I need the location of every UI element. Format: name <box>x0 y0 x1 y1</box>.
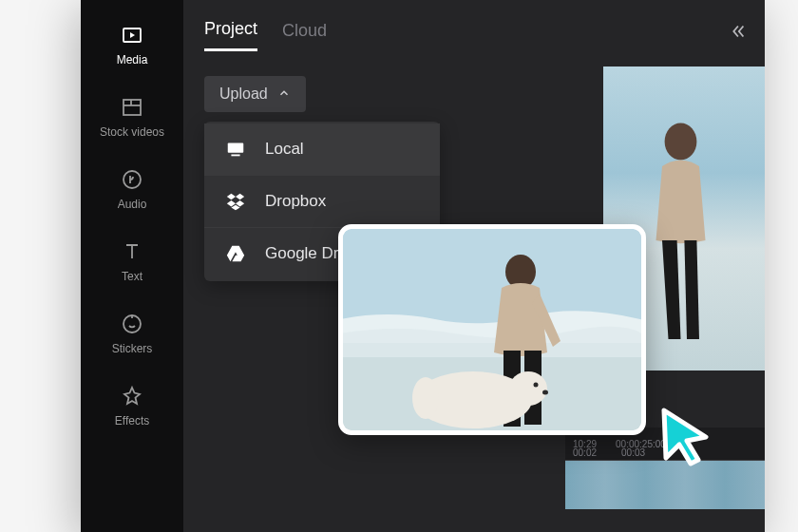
upload-button[interactable]: Upload <box>204 76 306 112</box>
timeline-tick: 00:02 <box>573 447 597 458</box>
tab-cloud[interactable]: Cloud <box>282 21 327 50</box>
stock-videos-icon <box>120 95 144 120</box>
svg-point-16 <box>509 371 547 406</box>
thumbnail-image <box>343 229 641 430</box>
sidebar-item-audio[interactable]: Audio <box>81 163 183 215</box>
collapse-panel-button[interactable] <box>727 21 748 47</box>
stickers-icon <box>120 312 144 336</box>
svg-rect-7 <box>228 143 244 153</box>
dragged-media-thumbnail[interactable] <box>338 224 646 435</box>
media-icon <box>120 23 144 48</box>
svg-point-18 <box>534 383 539 388</box>
effects-icon <box>120 384 144 408</box>
sidebar-item-label: Media <box>117 53 148 66</box>
tab-project[interactable]: Project <box>204 19 257 51</box>
sidebar-item-label: Audio <box>118 198 147 211</box>
svg-rect-1 <box>124 100 141 115</box>
google-drive-icon <box>225 243 246 264</box>
timeline-tick: 00:03 <box>621 447 645 458</box>
sidebar: Media Stock videos Audio Text Stickers <box>81 0 183 532</box>
svg-rect-10 <box>343 229 641 324</box>
svg-rect-8 <box>231 155 239 157</box>
sidebar-item-label: Stickers <box>112 342 153 355</box>
upload-menu-item-label: Dropbox <box>265 192 326 211</box>
sidebar-item-effects[interactable]: Effects <box>81 380 183 431</box>
local-icon <box>225 139 246 160</box>
chevron-up-icon <box>277 86 291 103</box>
dropbox-icon <box>225 191 246 212</box>
svg-point-19 <box>542 390 548 395</box>
sidebar-item-media[interactable]: Media <box>81 19 183 70</box>
cursor-pointer-icon <box>651 403 717 469</box>
upload-menu-item-label: Local <box>265 140 304 159</box>
sidebar-item-stock-videos[interactable]: Stock videos <box>81 91 183 142</box>
sidebar-item-label: Effects <box>115 414 149 428</box>
upload-button-label: Upload <box>219 86 268 103</box>
sidebar-item-label: Stock videos <box>100 125 164 139</box>
svg-point-17 <box>412 377 439 419</box>
tabs: Project Cloud <box>204 19 744 51</box>
sidebar-item-text[interactable]: Text <box>81 236 183 287</box>
audio-icon <box>120 167 144 192</box>
upload-menu-dropbox[interactable]: Dropbox <box>204 176 440 228</box>
text-icon <box>120 239 144 264</box>
upload-menu-local[interactable]: Local <box>204 124 440 176</box>
sidebar-item-stickers[interactable]: Stickers <box>81 308 183 359</box>
svg-point-9 <box>665 124 697 161</box>
sidebar-item-label: Text <box>122 270 142 283</box>
